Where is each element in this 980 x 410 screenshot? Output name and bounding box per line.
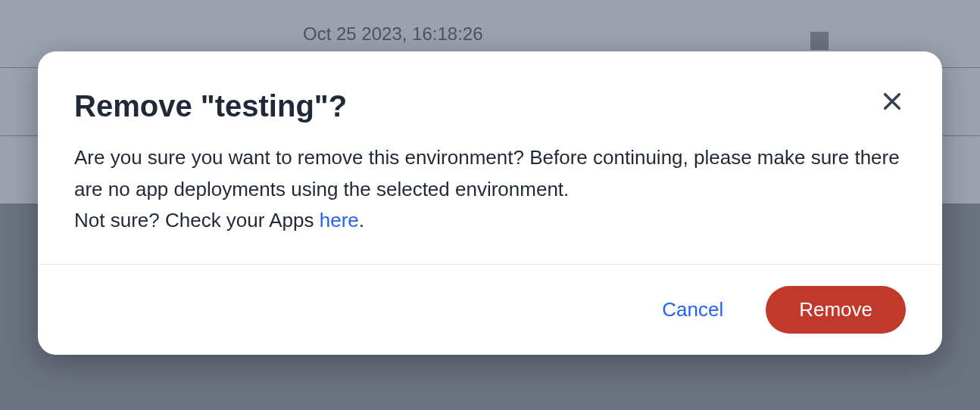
close-icon bbox=[882, 91, 903, 112]
modal-body-text-2b: . bbox=[359, 209, 364, 231]
modal-header: Remove "testing"? bbox=[38, 51, 942, 142]
confirm-remove-modal: Remove "testing"? Are you sure you want … bbox=[38, 51, 942, 355]
modal-body-text-2a: Not sure? Check your Apps bbox=[74, 209, 320, 231]
cancel-button[interactable]: Cancel bbox=[656, 289, 729, 331]
modal-body: Are you sure you want to remove this env… bbox=[38, 142, 942, 264]
modal-title: Remove "testing"? bbox=[74, 88, 347, 124]
modal-body-text-1: Are you sure you want to remove this env… bbox=[74, 142, 906, 205]
modal-body-line-2: Not sure? Check your Apps here. bbox=[74, 205, 906, 237]
modal-overlay: Remove "testing"? Are you sure you want … bbox=[0, 0, 980, 410]
remove-button[interactable]: Remove bbox=[766, 286, 906, 334]
close-button[interactable] bbox=[879, 88, 906, 115]
modal-footer: Cancel Remove bbox=[38, 264, 942, 355]
apps-link[interactable]: here bbox=[320, 209, 359, 231]
